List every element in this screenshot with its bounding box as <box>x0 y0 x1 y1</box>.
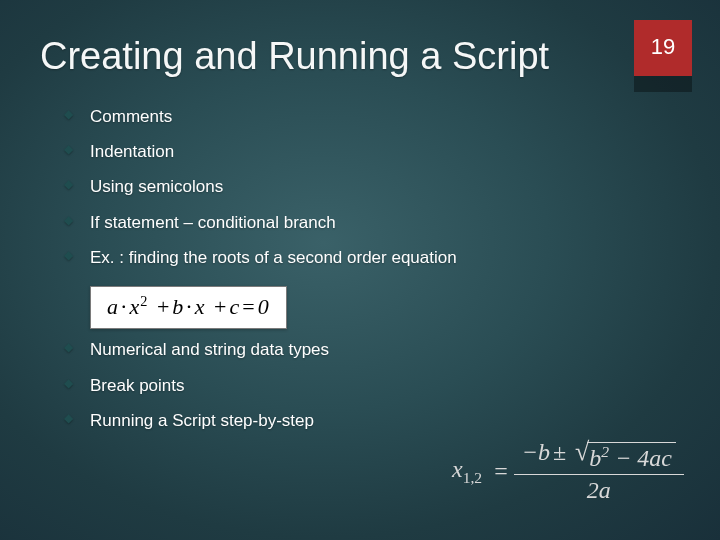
list-item: Using semicolons <box>64 176 670 197</box>
page-number-badge: 19 <box>634 20 692 92</box>
quadratic-formula: x1,2 = −b± √ b2 − 4ac 2a <box>452 437 684 506</box>
bullet-list-continued: Numerical and string data types Break po… <box>40 339 670 431</box>
page-number: 19 <box>634 20 692 76</box>
list-item: Ex. : finding the roots of a second orde… <box>64 247 670 268</box>
page-number-shadow <box>634 76 692 92</box>
slide-content: Creating and Running a Script Comments I… <box>0 0 720 431</box>
list-item: Numerical and string data types <box>64 339 670 360</box>
list-item: Comments <box>64 106 670 127</box>
equation-box: a·x2 +b·x +c=0 <box>90 286 287 329</box>
list-item: Break points <box>64 375 670 396</box>
list-item: If statement – conditional branch <box>64 212 670 233</box>
bullet-list: Comments Indentation Using semicolons If… <box>40 106 670 268</box>
list-item: Running a Script step-by-step <box>64 410 670 431</box>
slide-title: Creating and Running a Script <box>40 36 580 78</box>
list-item: Indentation <box>64 141 670 162</box>
